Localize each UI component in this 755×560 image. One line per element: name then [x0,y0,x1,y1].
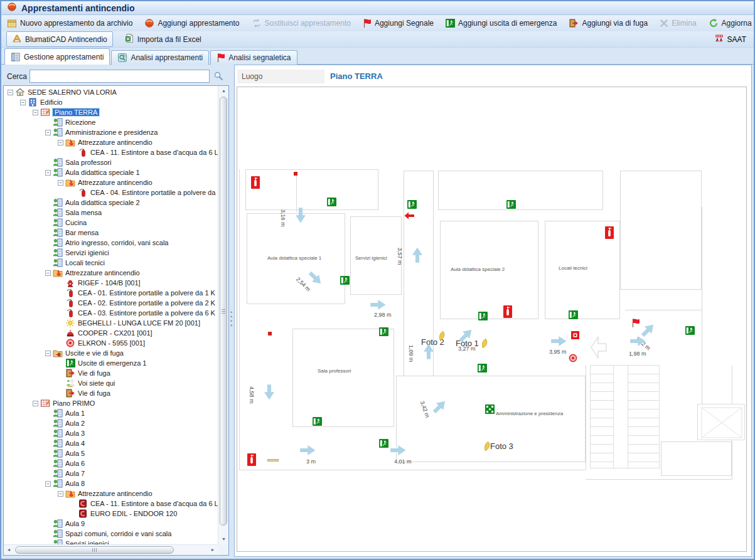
tree-expander[interactable]: − [58,491,63,497]
aggiungi-apprestamento-button[interactable]: Aggiungi apprestamento [144,18,239,28]
tree-item[interactable]: −Attrezzature antincendio [4,137,218,147]
tree-expander[interactable]: − [20,100,26,105]
scroll-up-arrow[interactable]: ▲ [218,86,229,96]
tree-item[interactable]: Aula 7 [4,468,218,478]
importa-excel-button[interactable]: Importa da fil Excel [119,32,206,46]
exit-sign-icon[interactable] [478,364,487,372]
tree-item[interactable]: −Aula 8 [4,478,218,489]
exit-sign-icon[interactable] [313,417,322,426]
scroll-left-arrow[interactable]: ◄ [4,545,14,555]
aggiorna-button[interactable]: Aggiorna [709,18,752,28]
leaf-icon[interactable] [482,441,491,452]
escape-route-arrow[interactable] [295,208,306,224]
tree-item[interactable]: Atrio ingresso, corridoi, vani scala [4,238,218,248]
aggiungi-via-di-fuga-button[interactable]: Aggiungi via di fuga [569,18,648,28]
tree-item[interactable]: −Edificio [4,97,218,107]
tab-gestione-apprestamenti[interactable]: Gestione apprestamenti [4,48,110,65]
tree-item[interactable]: COOPER - CX201 [001] [4,328,218,338]
escape-route-arrow[interactable] [390,445,407,456]
tree-item[interactable]: CEA - 02. Estintore portatile a polvere … [4,298,218,308]
tree-item[interactable]: Spazi comuni, corridoi e vani scala [4,529,218,539]
scroll-thumb[interactable] [220,97,227,526]
tree-item[interactable]: CEA - 01. Estintore portatile a polvere … [4,288,218,298]
tree-item[interactable]: −Attrezzature antincendio [4,268,218,278]
tree-item[interactable]: Sala mensa [4,208,218,218]
tree-item[interactable]: Bar mensa [4,228,218,238]
exit-sign-icon[interactable] [327,198,336,206]
scroll-right-arrow[interactable]: ► [208,545,218,555]
tree-item[interactable]: CEA - 04. Estintore portatile a polvere … [4,188,218,198]
alarm-square-icon[interactable] [571,331,579,339]
tree-item[interactable]: Uscite di emergenza 1 [4,358,218,368]
tree-item[interactable]: Vie di fuga [4,388,218,398]
ext-sign-icon[interactable] [251,176,260,189]
tree-item[interactable]: CEA - 11. Estintore a base d'acqua da 6 … [4,147,218,157]
aggiungi-segnale-button[interactable]: Aggiungi Segnale [363,18,434,28]
tree-expander[interactable]: − [45,270,51,276]
tree-item[interactable]: −SEDE SALERNO VIA LORIA [4,87,218,97]
exit-sign-icon[interactable] [685,326,695,335]
tree-item[interactable]: Cucina [4,218,218,228]
tree-expander[interactable]: − [45,170,51,176]
escape-route-arrow[interactable] [300,445,316,456]
tree-horizontal-scrollbar[interactable]: ◄ ► [4,544,218,555]
search-icon[interactable] [213,71,223,83]
leaf-icon[interactable] [479,338,489,349]
tree-item[interactable]: Ricezione [4,117,218,127]
tree-item[interactable]: −Amministrazione e presidenza [4,127,218,137]
escape-route-arrow[interactable] [412,246,423,263]
tree-item[interactable]: Aula 9 [4,519,218,529]
tree-item[interactable]: BEGHELLI - LUNGA LUCE FM 20 [001] [4,318,218,328]
tree-expander[interactable]: − [33,110,38,115]
alarm-round-icon[interactable] [568,353,578,363]
tree-item[interactable]: Aula 5 [4,448,218,458]
exit-sign-icon[interactable] [569,310,578,319]
blumaticad-button[interactable]: BlumatiCAD Antincendio [6,31,113,47]
exit-sign-icon[interactable] [506,200,516,209]
tree-item[interactable]: −Uscite e vie di fuga [4,348,218,358]
ext-sign-icon[interactable] [503,305,512,318]
tab-analisi-segnaletica[interactable]: Analisi segnaletica [210,50,297,65]
tree-item[interactable]: Aula 6 [4,458,218,468]
escape-route-arrow[interactable] [630,335,646,347]
tree-expander[interactable]: − [45,351,51,356]
tree-item[interactable]: Aula 4 [4,438,218,448]
tree-item[interactable]: Aula didattica speciale 2 [4,198,218,208]
tree-expander[interactable]: − [58,140,63,145]
tree-item[interactable]: −Aula didattica speciale 1 [4,167,218,177]
aggiungi-uscita-di-emergenza-button[interactable]: Aggiungi uscita di emergenza [446,19,557,28]
exit-sign-icon[interactable] [407,200,417,209]
tree-item[interactable]: RIGEF - 104/B [001] [4,278,218,288]
red-dot-icon[interactable] [268,332,272,335]
escape-route-arrow[interactable] [551,335,567,347]
scroll-thumb-horizontal[interactable] [15,546,174,554]
ext-sign-icon[interactable] [247,453,256,466]
tree-item[interactable]: −Attrezzature antincendio [4,489,218,499]
tree-vertical-scrollbar[interactable]: ▲ ▼ [218,86,228,544]
tree-item[interactable]: Aula 2 [4,418,218,428]
scroll-down-arrow[interactable]: ▼ [218,534,229,544]
tree-expander[interactable]: − [8,90,13,95]
tree-item[interactable]: EURO EDIL - ENDOOR 120 [4,509,218,519]
tree-item[interactable]: −Piano PRIMO [4,398,218,408]
tree-item[interactable]: −Attrezzature antincendio [4,177,218,188]
tree-item[interactable]: Servizi igienici [4,539,218,544]
tree-expander[interactable]: − [45,481,51,487]
tree-item[interactable]: CEA - 03. Estintore portatile a polvere … [4,308,218,318]
tab-analisi-apprestamenti[interactable]: Analisi apprestamenti [111,50,209,65]
tree-item[interactable]: Voi siete qui [4,378,218,388]
red-arrow-left-icon[interactable] [404,212,414,219]
tree-item[interactable]: Locali tecnici [4,258,218,268]
tree-item[interactable]: CEA - 11. Estintore a base d'acqua da 6 … [4,499,218,509]
ext-sign-icon[interactable] [605,226,614,239]
search-input[interactable] [29,70,210,83]
escape-route-arrow[interactable] [423,343,434,359]
escape-route-arrow[interactable] [370,299,387,310]
tree-item[interactable]: −Piano TERRA [4,107,218,117]
saat-button[interactable]: SAAT [714,33,749,45]
assembly-icon[interactable] [485,404,495,414]
tree-item[interactable]: Sala professori [4,157,218,167]
outline-arrow-left-icon[interactable] [591,335,607,359]
exit-sign-icon[interactable] [379,327,388,336]
red-dot-icon[interactable] [294,172,297,176]
